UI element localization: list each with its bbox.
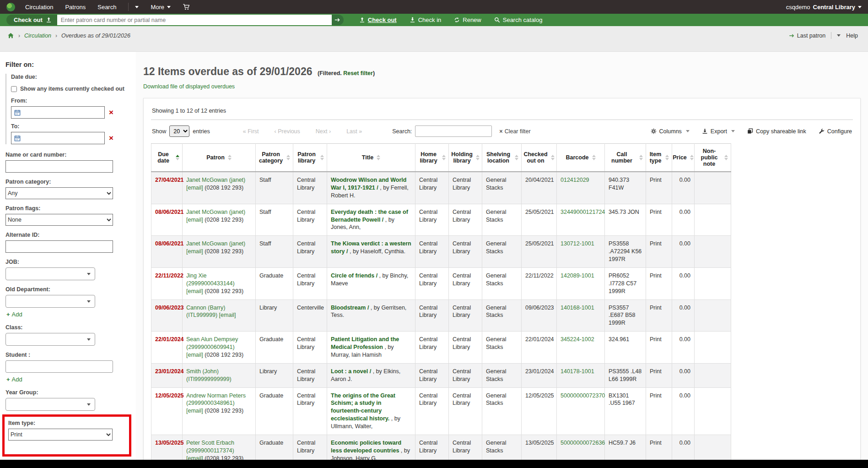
copy-shareable-link-button[interactable]: Copy shareable link <box>747 128 806 135</box>
patron-link[interactable]: Sean Alun Dempsey (29999000609941) <box>186 336 238 350</box>
title-link[interactable]: Patient Litigation and the Medical Profe… <box>331 336 399 350</box>
column-header-checked-out-on[interactable]: Checked out on <box>522 144 557 172</box>
patron-link[interactable]: Janet McGowan (janet) <box>186 240 245 247</box>
nav-patrons[interactable]: Patrons <box>65 4 86 11</box>
column-header-home-library[interactable]: Home library <box>415 144 449 172</box>
add-department-link[interactable]: +Add <box>6 311 22 318</box>
table-search-input[interactable] <box>415 125 492 137</box>
patron-link[interactable]: Andrew Norman Peters (29999000348961) <box>186 392 246 407</box>
barcode-link[interactable]: 130712-1001 <box>561 240 594 247</box>
name-or-card-input[interactable] <box>5 160 113 173</box>
title-link[interactable]: Loot : a novel / <box>331 368 371 375</box>
last-patron-dropdown-icon[interactable] <box>837 34 841 37</box>
alternate-id-input[interactable] <box>5 240 113 253</box>
year-group-combobox[interactable] <box>5 398 95 411</box>
column-header-patron-library[interactable]: Patron library <box>293 144 327 172</box>
tab-search-catalog[interactable]: Search catalog <box>494 16 543 23</box>
patron-search-input[interactable] <box>57 15 332 25</box>
column-header-item-type[interactable]: Item type <box>646 144 672 172</box>
column-header-barcode[interactable]: Barcode <box>557 144 605 172</box>
email-link[interactable]: [email] <box>186 185 203 191</box>
student-input[interactable] <box>5 360 113 373</box>
koha-logo-icon[interactable] <box>6 3 15 11</box>
patron-link[interactable]: Peter Scott Erbach (29999000117374) <box>186 440 234 454</box>
tab-check-out[interactable]: Check out <box>359 16 397 23</box>
patron-link[interactable]: Jing Xie (29999000433144) <box>186 272 235 287</box>
barcode-link[interactable]: 50000000072370 <box>561 392 605 399</box>
email-link[interactable]: [email] <box>186 248 203 255</box>
barcode-link[interactable]: 345224-1002 <box>561 336 594 343</box>
job-combobox[interactable] <box>5 267 95 280</box>
date-from-input[interactable] <box>11 106 105 119</box>
column-header-non-public-note[interactable]: Non-public note <box>695 144 731 172</box>
barcode-link[interactable]: 32449000121724 <box>561 209 605 215</box>
class-combobox[interactable] <box>5 333 95 346</box>
title-link[interactable]: Woodrow Wilson and World War I, 1917-192… <box>331 177 406 191</box>
reset-filter-link[interactable]: Reset filter <box>343 70 373 76</box>
pagination-button-2[interactable]: Next › <box>316 128 331 135</box>
export-button[interactable]: Export <box>702 128 735 135</box>
title-link[interactable]: The Kiowa verdict : a western story / <box>331 240 411 255</box>
title-link[interactable]: Everyday death : the case of Bernadette … <box>331 209 408 223</box>
title-link[interactable]: The origins of the Great Schism; a study… <box>331 392 395 422</box>
clear-from-date-button[interactable]: × <box>109 109 113 116</box>
title-link[interactable]: Bloodstream / <box>331 305 369 311</box>
pagination-button-3[interactable]: Last » <box>346 128 362 135</box>
clear-filter-button[interactable]: ×Clear filter <box>499 128 530 135</box>
column-header-price[interactable]: Price <box>672 144 695 172</box>
patron-category-select[interactable]: Any <box>5 187 113 199</box>
user-library-menu[interactable]: csqdemo Central Library <box>786 4 862 11</box>
column-header-due-date[interactable]: Due date <box>151 144 183 172</box>
barcode-link[interactable]: 50000000072636 <box>561 440 605 446</box>
column-header-call-number[interactable]: Call number <box>605 144 646 172</box>
patron-link[interactable]: Smith (John) (ITl99999999999) <box>186 368 232 382</box>
chevron-down-icon <box>167 6 171 8</box>
tab-check-in[interactable]: Check in <box>410 16 442 23</box>
email-link[interactable]: [email] <box>186 217 203 223</box>
show-checked-out-checkbox[interactable] <box>11 86 17 92</box>
configure-button[interactable]: Configure <box>819 128 852 135</box>
item-type-label: Item type: <box>8 420 125 426</box>
pagination-button-1[interactable]: ‹ Previous <box>275 128 300 135</box>
checkout-pill-button[interactable]: Check out <box>6 15 57 25</box>
last-patron-link[interactable]: Last patron <box>789 33 826 39</box>
title-link[interactable]: Circle of friends / <box>331 272 377 279</box>
patron-search-submit-button[interactable] <box>332 15 344 25</box>
help-link[interactable]: Help <box>846 33 858 39</box>
title-link[interactable]: Economic policies toward less developed … <box>331 440 401 454</box>
column-header-shelving-location[interactable]: Shelving location <box>482 144 522 172</box>
column-header-title[interactable]: Title <box>327 144 415 172</box>
pagination-button-0[interactable]: « First <box>243 128 259 135</box>
nav-search-dropdown[interactable] <box>135 6 139 8</box>
add-student-link[interactable]: +Add <box>6 376 22 383</box>
home-link[interactable] <box>7 33 14 39</box>
email-link[interactable]: [email] <box>219 312 236 318</box>
breadcrumb-circulation-link[interactable]: Circulation <box>24 33 51 39</box>
column-header-patron[interactable]: Patron <box>183 144 256 172</box>
barcode-link[interactable]: 142089-1001 <box>561 272 594 279</box>
column-header-holding-library[interactable]: Holding library <box>449 144 482 172</box>
page-size-select[interactable]: 20 <box>169 125 189 137</box>
email-link[interactable]: [email] <box>186 288 203 294</box>
nav-circulation[interactable]: Circulation <box>25 4 53 11</box>
barcode-link[interactable]: 140168-1001 <box>561 305 594 311</box>
columns-button[interactable]: Columns <box>651 128 690 135</box>
barcode-link[interactable]: 140178-1001 <box>561 368 594 375</box>
patron-link[interactable]: Janet McGowan (janet) <box>186 209 245 215</box>
nav-more[interactable]: More <box>151 4 171 11</box>
download-overdues-link[interactable]: Download file of displayed overdues <box>143 83 235 90</box>
cart-button[interactable] <box>183 4 190 11</box>
barcode-link[interactable]: 012412029 <box>561 177 589 183</box>
email-link[interactable]: [email] <box>186 408 203 414</box>
nav-search[interactable]: Search <box>97 4 116 11</box>
item-type-select[interactable]: Print <box>8 429 113 441</box>
old-department-combobox[interactable] <box>5 295 95 308</box>
copy-icon <box>747 128 753 134</box>
column-header-patron-category[interactable]: Patron category <box>256 144 293 172</box>
clear-to-date-button[interactable]: × <box>109 134 113 142</box>
email-link[interactable]: [email] <box>186 352 203 358</box>
patron-link[interactable]: Janet McGowan (janet) <box>186 177 245 183</box>
tab-renew[interactable]: Renew <box>454 16 481 23</box>
patron-flags-select[interactable]: None <box>5 214 113 226</box>
date-to-input[interactable] <box>11 132 105 144</box>
